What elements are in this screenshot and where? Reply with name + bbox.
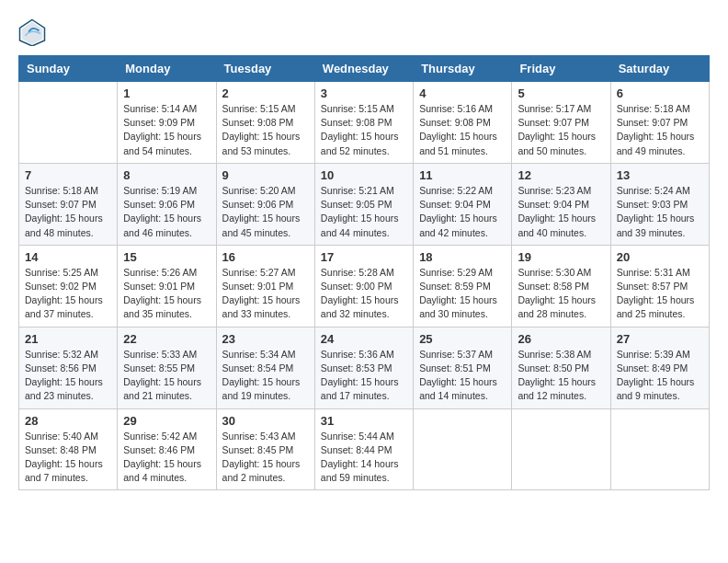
day-info: Sunrise: 5:24 AM Sunset: 9:03 PM Dayligh… (617, 184, 703, 240)
calendar-day-header: Tuesday (216, 56, 314, 82)
day-info: Sunrise: 5:32 AM Sunset: 8:56 PM Dayligh… (25, 348, 111, 404)
calendar-cell: 16Sunrise: 5:27 AM Sunset: 9:01 PM Dayli… (216, 245, 314, 327)
day-number: 2 (222, 86, 309, 100)
day-number: 15 (123, 250, 210, 264)
calendar-cell: 7Sunrise: 5:18 AM Sunset: 9:07 PM Daylig… (19, 163, 118, 245)
calendar-week-row: 28Sunrise: 5:40 AM Sunset: 8:48 PM Dayli… (19, 408, 710, 490)
calendar-cell (610, 408, 709, 490)
calendar-cell: 27Sunrise: 5:39 AM Sunset: 8:49 PM Dayli… (610, 327, 709, 408)
day-number: 17 (321, 250, 407, 264)
calendar-cell: 3Sunrise: 5:15 AM Sunset: 9:08 PM Daylig… (314, 82, 413, 164)
day-number: 6 (617, 86, 703, 100)
day-number: 13 (617, 168, 703, 182)
day-info: Sunrise: 5:23 AM Sunset: 9:04 PM Dayligh… (518, 184, 604, 240)
day-info: Sunrise: 5:15 AM Sunset: 9:08 PM Dayligh… (222, 102, 309, 158)
day-info: Sunrise: 5:37 AM Sunset: 8:51 PM Dayligh… (419, 348, 506, 404)
calendar-cell: 5Sunrise: 5:17 AM Sunset: 9:07 PM Daylig… (512, 82, 610, 164)
calendar-week-row: 21Sunrise: 5:32 AM Sunset: 8:56 PM Dayli… (19, 327, 710, 408)
day-number: 24 (321, 332, 407, 346)
calendar-cell (414, 408, 512, 490)
calendar-cell (512, 408, 610, 490)
day-number: 5 (518, 86, 604, 100)
calendar-day-header: Monday (118, 56, 216, 82)
logo (18, 18, 50, 46)
calendar-day-header: Wednesday (314, 56, 413, 82)
day-number: 11 (419, 168, 506, 182)
day-info: Sunrise: 5:25 AM Sunset: 9:02 PM Dayligh… (25, 266, 111, 322)
day-number: 20 (617, 250, 703, 264)
day-info: Sunrise: 5:36 AM Sunset: 8:53 PM Dayligh… (321, 348, 407, 404)
calendar-cell: 28Sunrise: 5:40 AM Sunset: 8:48 PM Dayli… (19, 408, 118, 490)
day-info: Sunrise: 5:42 AM Sunset: 8:46 PM Dayligh… (123, 430, 210, 486)
calendar-cell: 9Sunrise: 5:20 AM Sunset: 9:06 PM Daylig… (216, 163, 314, 245)
day-number: 1 (123, 86, 210, 100)
calendar-week-row: 14Sunrise: 5:25 AM Sunset: 9:02 PM Dayli… (19, 245, 710, 327)
header (18, 18, 710, 46)
calendar-cell: 22Sunrise: 5:33 AM Sunset: 8:55 PM Dayli… (118, 327, 216, 408)
calendar-body: 1Sunrise: 5:14 AM Sunset: 9:09 PM Daylig… (19, 82, 710, 490)
day-number: 18 (419, 250, 506, 264)
day-info: Sunrise: 5:44 AM Sunset: 8:44 PM Dayligh… (321, 430, 407, 486)
calendar-cell: 12Sunrise: 5:23 AM Sunset: 9:04 PM Dayli… (512, 163, 610, 245)
calendar-cell: 18Sunrise: 5:29 AM Sunset: 8:59 PM Dayli… (414, 245, 512, 327)
calendar-cell: 31Sunrise: 5:44 AM Sunset: 8:44 PM Dayli… (314, 408, 413, 490)
day-number: 9 (222, 168, 309, 182)
day-number: 10 (321, 168, 407, 182)
day-number: 7 (25, 168, 111, 182)
day-number: 19 (518, 250, 604, 264)
day-number: 22 (123, 332, 210, 346)
day-info: Sunrise: 5:28 AM Sunset: 9:00 PM Dayligh… (321, 266, 407, 322)
day-info: Sunrise: 5:20 AM Sunset: 9:06 PM Dayligh… (222, 184, 309, 240)
calendar-cell: 24Sunrise: 5:36 AM Sunset: 8:53 PM Dayli… (314, 327, 413, 408)
day-info: Sunrise: 5:18 AM Sunset: 9:07 PM Dayligh… (25, 184, 111, 240)
day-info: Sunrise: 5:43 AM Sunset: 8:45 PM Dayligh… (222, 430, 309, 486)
calendar-cell: 11Sunrise: 5:22 AM Sunset: 9:04 PM Dayli… (414, 163, 512, 245)
day-number: 23 (222, 332, 309, 346)
calendar-cell (19, 82, 118, 164)
day-info: Sunrise: 5:16 AM Sunset: 9:08 PM Dayligh… (419, 102, 506, 158)
day-info: Sunrise: 5:30 AM Sunset: 8:58 PM Dayligh… (518, 266, 604, 322)
calendar-cell: 19Sunrise: 5:30 AM Sunset: 8:58 PM Dayli… (512, 245, 610, 327)
calendar-cell: 26Sunrise: 5:38 AM Sunset: 8:50 PM Dayli… (512, 327, 610, 408)
calendar-day-header: Thursday (414, 56, 512, 82)
day-number: 29 (123, 414, 210, 428)
calendar-cell: 23Sunrise: 5:34 AM Sunset: 8:54 PM Dayli… (216, 327, 314, 408)
day-number: 21 (25, 332, 111, 346)
calendar-week-row: 1Sunrise: 5:14 AM Sunset: 9:09 PM Daylig… (19, 82, 710, 164)
day-info: Sunrise: 5:33 AM Sunset: 8:55 PM Dayligh… (123, 348, 210, 404)
calendar-cell: 21Sunrise: 5:32 AM Sunset: 8:56 PM Dayli… (19, 327, 118, 408)
day-info: Sunrise: 5:17 AM Sunset: 9:07 PM Dayligh… (518, 102, 604, 158)
day-number: 25 (419, 332, 506, 346)
day-number: 3 (321, 86, 407, 100)
day-info: Sunrise: 5:27 AM Sunset: 9:01 PM Dayligh… (222, 266, 309, 322)
day-info: Sunrise: 5:19 AM Sunset: 9:06 PM Dayligh… (123, 184, 210, 240)
calendar-cell: 25Sunrise: 5:37 AM Sunset: 8:51 PM Dayli… (414, 327, 512, 408)
day-info: Sunrise: 5:15 AM Sunset: 9:08 PM Dayligh… (321, 102, 407, 158)
calendar-cell: 2Sunrise: 5:15 AM Sunset: 9:08 PM Daylig… (216, 82, 314, 164)
calendar-cell: 8Sunrise: 5:19 AM Sunset: 9:06 PM Daylig… (118, 163, 216, 245)
calendar-cell: 15Sunrise: 5:26 AM Sunset: 9:01 PM Dayli… (118, 245, 216, 327)
calendar-cell: 17Sunrise: 5:28 AM Sunset: 9:00 PM Dayli… (314, 245, 413, 327)
day-info: Sunrise: 5:38 AM Sunset: 8:50 PM Dayligh… (518, 348, 604, 404)
day-info: Sunrise: 5:14 AM Sunset: 9:09 PM Dayligh… (123, 102, 210, 158)
calendar-day-header: Saturday (610, 56, 709, 82)
day-number: 31 (321, 414, 407, 428)
day-number: 14 (25, 250, 111, 264)
calendar-cell: 6Sunrise: 5:18 AM Sunset: 9:07 PM Daylig… (610, 82, 709, 164)
calendar-table: SundayMondayTuesdayWednesdayThursdayFrid… (18, 55, 710, 490)
day-number: 4 (419, 86, 506, 100)
calendar-day-header: Friday (512, 56, 610, 82)
day-info: Sunrise: 5:31 AM Sunset: 8:57 PM Dayligh… (617, 266, 703, 322)
day-number: 8 (123, 168, 210, 182)
day-info: Sunrise: 5:22 AM Sunset: 9:04 PM Dayligh… (419, 184, 506, 240)
day-number: 12 (518, 168, 604, 182)
day-info: Sunrise: 5:21 AM Sunset: 9:05 PM Dayligh… (321, 184, 407, 240)
day-info: Sunrise: 5:34 AM Sunset: 8:54 PM Dayligh… (222, 348, 309, 404)
day-number: 26 (518, 332, 604, 346)
calendar-cell: 10Sunrise: 5:21 AM Sunset: 9:05 PM Dayli… (314, 163, 413, 245)
calendar-cell: 14Sunrise: 5:25 AM Sunset: 9:02 PM Dayli… (19, 245, 118, 327)
day-info: Sunrise: 5:18 AM Sunset: 9:07 PM Dayligh… (617, 102, 703, 158)
day-number: 30 (222, 414, 309, 428)
calendar-day-header: Sunday (19, 56, 118, 82)
calendar-cell: 20Sunrise: 5:31 AM Sunset: 8:57 PM Dayli… (610, 245, 709, 327)
